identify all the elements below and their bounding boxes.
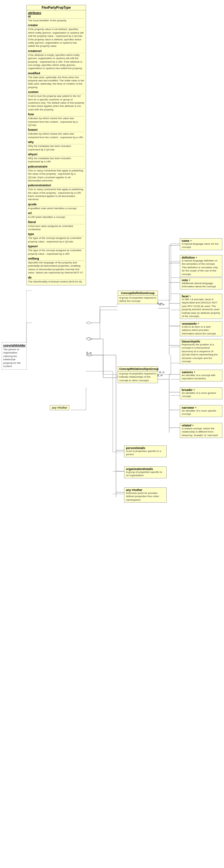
attr-why-desc: Why the metadata has been included - exp… [28,144,84,152]
cdg-desc: A group of properties required to define… [118,296,158,304]
attr-id: id [28,14,84,19]
any-other-bottom-box: any ##other Extension point for provider… [124,488,166,503]
related-box: related + A related concept, where the r… [180,423,222,438]
hierarchy-info-desc: Represents the position of a concept in … [182,343,220,363]
attr-how-desc: Indicates by which means the value was e… [28,117,84,128]
attr-how: how [28,112,84,117]
same-as-label: sameAs + [182,371,220,374]
attr-pubconstraint-desc: One or many constraints that apply to pu… [28,169,84,184]
mult-crg-arrow-right: 0..∞ [157,374,162,377]
attr-literal-desc: A free-text value assigned as controlled… [28,224,84,232]
same-as-box: sameAs + An identifier of a concept with… [180,370,222,381]
attr-creator: creator [28,23,84,27]
attr-uri: uri [28,211,84,215]
concept-definition-group-box: ConceptDefinitionGroup A group of proper… [118,290,158,304]
attributes-section: attributes id The local identifier of th… [27,10,86,285]
attr-custom-desc: If set to true the property was added to… [28,94,84,112]
copyright-title: copyrightHolder [3,344,25,347]
broader-desc: An identifier of a more generic concept. [182,392,220,398]
svg-marker-34 [86,321,91,324]
attr-uri-desc: A URI which identifies a concept. [28,215,84,220]
attr-literal: literal [28,220,84,224]
any-other-bottom-desc: Extension point for provider-defined pro… [126,492,165,502]
name-label: name + [182,239,220,242]
attr-why: why [28,140,84,144]
attr-qcode-desc: A qualified code which identifies a conc… [28,207,84,211]
copyright-desc: The person or organisation claiming the … [3,348,25,368]
attr-custom: custom [28,90,84,94]
remote-info-desc: A link to an item or a web address which… [182,326,220,335]
name-box: name + A natural language name for the c… [180,238,222,250]
person-details-label: personDetails [126,446,165,450]
facet-desc: In NiR 1.8 and later, facet is deprecate… [182,298,220,318]
attr-qcode: qcode [28,203,84,207]
person-details-desc: A set of properties specific to a person [126,450,165,457]
main-box-title: FlexPartyPropType [27,5,86,10]
attr-dir: dir [28,276,84,280]
narrower-label: narrower + [182,406,220,409]
attr-creator-desc: If the property value is not defined, sp… [28,27,84,49]
cdg-title: ConceptDefinitionGroup [118,291,158,296]
diagram-container: FlexPartyPropType attributes id The loca… [0,0,224,868]
copyright-holder-box: copyrightHolder The person or organisati… [2,342,27,370]
concept-relationships-group-box: ConceptRelationshipsGroup A group of pro… [118,366,158,383]
organisation-details-desc: A group of properties specific to an org… [126,471,165,477]
same-as-desc: An identifier of a concept with equivale… [182,374,220,380]
mult-cdg-arrow-right: 0..∞ [157,302,162,305]
attr-type-desc: The type of the concept assigned as cont… [28,236,84,244]
note-desc: Additional natural language information … [182,282,220,288]
main-type-box: FlexPartyPropType attributes id The loca… [27,5,86,285]
broader-label: broader + [182,388,220,392]
narrower-desc: An identifier of a more specific concept… [182,409,220,416]
organisation-details-label: organisationDetails [126,467,165,471]
mult-cdg-arrow-left: ... [116,302,119,305]
attr-creatoruri-desc: If the attribute is empty, specifies whi… [28,53,84,71]
definition-box: definition + A natural language definiti… [180,255,222,277]
broader-box: broader + An identifier of a more generi… [180,388,222,399]
attr-modified: modified [28,71,84,75]
attr-id-desc: The local identifier of the property. [28,19,84,23]
attr-pubconstraint: pubconstraint [28,165,84,169]
name-desc: A natural language name for the concept. [182,242,220,249]
note-box: note + Additional natural language infor… [180,278,222,289]
hierarchy-info-label: hierarchyInfo [182,340,220,343]
crg-title: ConceptRelationshipsGroup [118,367,158,372]
mult-cdg-left: ... [86,335,89,338]
person-details-box: personDetails A set of properties specif… [124,445,166,457]
attr-pubconstrainturi-desc: One or many constraints that apply to pu… [28,188,84,203]
remote-info-label: remoteInfo + [182,322,220,326]
remote-info-box: remoteInfo + A link to an item or a web … [180,321,222,336]
attr-xmllang-desc: Specifies the language of this property … [28,261,84,276]
attr-typeuri: typeuri [28,244,84,249]
attr-pubconstrainturi: pubconstrainturi [28,183,84,188]
attr-type: type [28,232,84,236]
hierarchy-info-box: hierarchyInfo Represents the position of… [180,339,222,364]
attr-whyuri: whyuri [28,152,84,157]
narrower-box: narrower + An identifier of a more speci… [180,405,222,417]
definition-label: definition + [182,256,220,259]
section-label: attributes [28,11,41,14]
mult-bottom-left: 0..∞ [86,351,91,354]
attr-howuri: howuri [28,128,84,132]
crg-desc: A group of properties required to indica… [118,372,158,383]
attr-typeuri-desc: The type of the concept assigned as cont… [28,249,84,257]
related-label: related + [182,424,220,427]
attr-dir-desc: The directionality of textual content (l… [28,280,84,284]
definition-desc: A natural language definition of the sem… [182,259,220,276]
attr-xmllang: xmllang [28,257,84,261]
attr-creatoruri: creatoruri [28,49,84,53]
organisation-details-box: organisationDetails A group of propertie… [124,466,166,478]
mult-crg-right: 0..∞ [159,371,164,374]
any-other-left: any ##other [50,405,69,410]
any-other-bottom-label: any ##other [126,488,165,492]
facet-box: facet + In NiR 1.8 and later, facet is d… [180,294,222,319]
attr-modified-desc: The date (and, optionally, the time) whe… [28,75,84,90]
mult-crg-arrow-left: ... [116,374,119,377]
attr-whyuri-desc: Why the metadata has been included - exp… [28,157,84,165]
facet-label: facet + [182,295,220,298]
attr-howuri-desc: Indicates by which means the value was e… [28,132,84,140]
related-desc: A related concept, where the relationshi… [182,427,220,437]
note-label: note + [182,279,220,282]
